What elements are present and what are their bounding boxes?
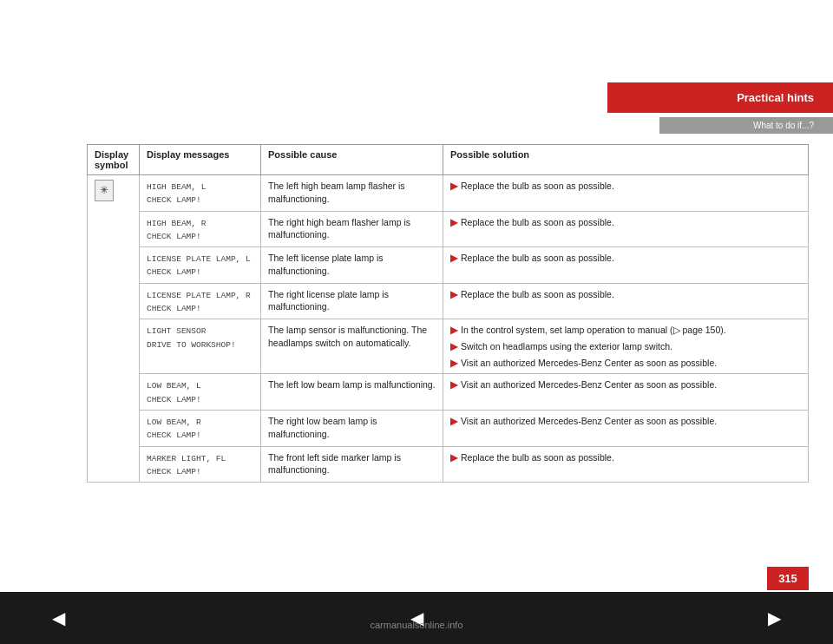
solution-text: Replace the bulb as soon as possible. — [461, 451, 614, 464]
display-msg-text: LICENSE PLATE LAMP, LCHECK LAMP! — [147, 254, 251, 277]
solution-cell: ▶ Replace the bulb as soon as possible. — [443, 211, 809, 247]
display-msg-text: LOW BEAM, LCHECK LAMP! — [147, 381, 201, 404]
practical-hints-title: Practical hints — [737, 91, 814, 104]
solution-text: Replace the bulb as soon as possible. — [461, 288, 614, 301]
solution-text: Visit an authorized Mercedes-Benz Center… — [461, 378, 717, 391]
lamp-check-table: Display symbol Display messages Possible… — [87, 144, 809, 483]
cause-cell: The left low beam lamp is malfunctioning… — [261, 374, 443, 411]
solution-bullet: ▶ In the control system, set lamp operat… — [450, 324, 801, 337]
display-message-cell: LICENSE PLATE LAMP, RCHECK LAMP! — [140, 283, 261, 319]
display-msg-text: LIGHT SENSORDRIVE TO WORKSHOP! — [147, 326, 236, 349]
arrow-icon: ▶ — [450, 357, 457, 370]
cause-cell: The right low beam lamp is malfunctionin… — [261, 411, 443, 447]
bottom-bar: ◀ ◀ ▶ — [0, 592, 833, 644]
solution-cell: ▶ Visit an authorized Mercedes-Benz Cent… — [443, 411, 809, 447]
cause-cell: The left license plate lamp is malfuncti… — [261, 247, 443, 284]
display-msg-text: LOW BEAM, RCHECK LAMP! — [147, 417, 201, 440]
cause-cell: The right license plate lamp is malfunct… — [261, 283, 443, 319]
display-msg-text: HIGH BEAM, LCHECK LAMP! — [147, 182, 206, 205]
display-message-cell: LOW BEAM, RCHECK LAMP! — [140, 411, 261, 447]
solution-cell: ▶ Replace the bulb as soon as possible. — [443, 446, 809, 483]
table-row: HIGH BEAM, RCHECK LAMP! The right high b… — [88, 211, 809, 247]
arrow-icon: ▶ — [450, 378, 457, 391]
practical-hints-banner: Practical hints — [607, 82, 833, 113]
solution-bullet: ▶ Replace the bulb as soon as possible. — [450, 288, 801, 301]
arrow-icon: ▶ — [450, 415, 457, 428]
solution-text: Replace the bulb as soon as possible. — [461, 180, 614, 193]
solution-cell: ▶ Replace the bulb as soon as possible. — [443, 283, 809, 319]
display-msg-text: LICENSE PLATE LAMP, RCHECK LAMP! — [147, 291, 251, 313]
display-msg-text: HIGH BEAM, RCHECK LAMP! — [147, 219, 206, 241]
solution-cell: ▶ In the control system, set lamp operat… — [443, 319, 809, 374]
display-message-cell: LICENSE PLATE LAMP, LCHECK LAMP! — [140, 247, 261, 284]
display-message-cell: LOW BEAM, LCHECK LAMP! — [140, 374, 261, 411]
lamp-icon: ✳ — [95, 180, 114, 201]
symbol-cell: ✳ — [88, 175, 140, 483]
display-msg-text: MARKER LIGHT, FLCHECK LAMP! — [147, 454, 226, 476]
nav-next-button[interactable]: ▶ — [768, 608, 781, 628]
arrow-icon: ▶ — [450, 288, 457, 301]
arrow-icon: ▶ — [450, 451, 457, 464]
arrow-icon: ▶ — [450, 216, 457, 229]
display-message-cell: LIGHT SENSORDRIVE TO WORKSHOP! — [140, 319, 261, 374]
table-row: MARKER LIGHT, FLCHECK LAMP! The front le… — [88, 446, 809, 483]
solution-text: Replace the bulb as soon as possible. — [461, 216, 614, 229]
solution-cell: ▶ Replace the bulb as soon as possible. — [443, 247, 809, 284]
solution-bullet: ▶ Visit an authorized Mercedes-Benz Cent… — [450, 378, 801, 391]
solution-bullet: ▶ Replace the bulb as soon as possible. — [450, 180, 801, 193]
solution-text: Visit an authorized Mercedes-Benz Center… — [461, 357, 717, 370]
solution-bullet: ▶ Replace the bulb as soon as possible. — [450, 216, 801, 229]
display-message-cell: HIGH BEAM, LCHECK LAMP! — [140, 175, 261, 212]
arrow-icon: ▶ — [450, 340, 457, 353]
solution-text: Replace the bulb as soon as possible. — [461, 252, 614, 265]
solution-bullet: ▶ Visit an authorized Mercedes-Benz Cent… — [450, 415, 801, 428]
col-header-solution: Possible solution — [443, 145, 809, 175]
solution-cell: ▶ Replace the bulb as soon as possible. — [443, 175, 809, 212]
solution-text: Switch on headlamps using the exterior l… — [461, 340, 672, 353]
page-number: 315 — [767, 567, 809, 590]
col-header-cause: Possible cause — [261, 145, 443, 175]
what-to-do-text: What to do if...? — [753, 121, 814, 130]
solution-bullet: ▶ Replace the bulb as soon as possible. — [450, 451, 801, 464]
table-row: LICENSE PLATE LAMP, LCHECK LAMP! The lef… — [88, 247, 809, 284]
col-header-symbol: Display symbol — [88, 145, 140, 175]
cause-cell: The left high beam lamp flasher is malfu… — [261, 175, 443, 212]
nav-prev-button[interactable]: ◀ — [52, 608, 65, 628]
arrow-icon: ▶ — [450, 180, 457, 193]
solution-cell: ▶ Visit an authorized Mercedes-Benz Cent… — [443, 374, 809, 411]
solution-bullet: ▶ Visit an authorized Mercedes-Benz Cent… — [450, 357, 801, 370]
what-to-do-bar: What to do if...? — [659, 117, 833, 134]
main-table-container: Display symbol Display messages Possible… — [87, 144, 809, 483]
cause-cell: The lamp sensor is malfunctioning. The h… — [261, 319, 443, 374]
website-watermark: carmanualsonline.info — [370, 620, 462, 630]
arrow-icon: ▶ — [450, 324, 457, 337]
arrow-icon: ▶ — [450, 252, 457, 265]
solution-text: In the control system, set lamp operatio… — [461, 324, 726, 337]
solution-text: Visit an authorized Mercedes-Benz Center… — [461, 415, 717, 428]
table-row: LICENSE PLATE LAMP, RCHECK LAMP! The rig… — [88, 283, 809, 319]
display-message-cell: MARKER LIGHT, FLCHECK LAMP! — [140, 446, 261, 483]
table-row: LOW BEAM, LCHECK LAMP! The left low beam… — [88, 374, 809, 411]
display-message-cell: HIGH BEAM, RCHECK LAMP! — [140, 211, 261, 247]
solution-bullet: ▶ Replace the bulb as soon as possible. — [450, 252, 801, 265]
col-header-messages: Display messages — [140, 145, 261, 175]
cause-cell: The right high beam flasher lamp is malf… — [261, 211, 443, 247]
table-row: LIGHT SENSORDRIVE TO WORKSHOP! The lamp … — [88, 319, 809, 374]
cause-cell: The front left side marker lamp is malfu… — [261, 446, 443, 483]
table-row: ✳ HIGH BEAM, LCHECK LAMP! The left high … — [88, 175, 809, 212]
solution-bullet: ▶ Switch on headlamps using the exterior… — [450, 340, 801, 353]
table-row: LOW BEAM, RCHECK LAMP! The right low bea… — [88, 411, 809, 447]
